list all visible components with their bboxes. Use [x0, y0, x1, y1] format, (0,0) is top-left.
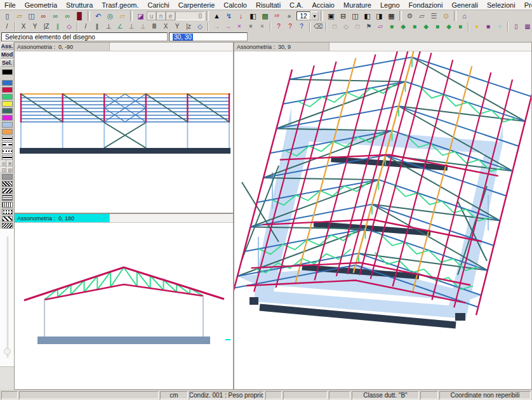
new-file-icon[interactable]: ▯: [2, 11, 13, 21]
angle-x-icon[interactable]: X: [161, 22, 171, 31]
region-icon[interactable]: ◇: [195, 22, 205, 31]
zoom-level-dropdown-icon[interactable]: ▾: [310, 11, 319, 20]
button-e[interactable]: e: [166, 11, 175, 20]
numbering-nodes-icon[interactable]: ▯: [511, 22, 521, 31]
menu-item-legno[interactable]: Legno: [376, 1, 404, 9]
snap-x-icon[interactable]: X: [18, 22, 29, 31]
contrast-icon[interactable]: ◧: [248, 11, 258, 21]
button-u[interactable]: u: [147, 11, 156, 20]
check-data-icon[interactable]: ∞: [38, 11, 49, 21]
color-swatch-7[interactable]: [2, 129, 13, 135]
pattern-swatch-4[interactable]: [2, 202, 13, 208]
viewport-axonometry-titlebar[interactable]: Assonometria : 30, 9: [234, 43, 531, 51]
viewport-layout-4-icon[interactable]: ◧: [362, 11, 373, 21]
pattern-swatch-3[interactable]: [2, 195, 13, 201]
coordinate-input[interactable]: 30, 30: [169, 32, 248, 41]
current-color-swatch[interactable]: [2, 69, 13, 75]
linestyle-swatch-dashed[interactable]: [2, 142, 13, 147]
archive-icon[interactable]: ▉: [74, 11, 85, 21]
menu-item-generali[interactable]: Generali: [447, 1, 482, 9]
gen-perp-base-icon[interactable]: ⊥: [126, 22, 136, 31]
viewport-elevation-canvas[interactable]: [15, 51, 233, 213]
verify-2-icon[interactable]: ?: [285, 22, 295, 31]
viewport-layout-5-icon[interactable]: ◨: [374, 11, 385, 21]
font-style-icon[interactable]: ◪: [135, 11, 146, 21]
page-setup-icon[interactable]: ▱: [416, 11, 427, 21]
solid-box-7-icon[interactable]: ■: [455, 22, 465, 31]
menu-item-carichi[interactable]: Carichi: [143, 1, 174, 9]
color-swatch-4[interactable]: [2, 108, 13, 114]
gen-triple-icon[interactable]: Ⅲ: [149, 22, 159, 31]
viewport-layout-3-icon[interactable]: ◫: [350, 11, 361, 21]
sidebar-mode-sel[interactable]: Sel.: [1, 59, 14, 67]
undo-icon[interactable]: ↶: [93, 11, 103, 21]
delete-node-icon[interactable]: ×: [234, 22, 244, 31]
structure-home-icon[interactable]: ⌂: [459, 11, 470, 21]
open-folder-icon[interactable]: ▱: [14, 11, 25, 21]
verify-1-icon[interactable]: ?: [274, 22, 284, 31]
eraser-icon[interactable]: ⌫: [313, 22, 323, 31]
gen-parallel-icon[interactable]: ∥: [92, 22, 102, 31]
solid-box-5-icon[interactable]: ■: [432, 22, 442, 31]
sidebar-mode-ass[interactable]: Ass.: [1, 43, 14, 50]
linestyle-swatch-dotted[interactable]: [2, 149, 13, 154]
gen-perpendicular-icon[interactable]: ⊥: [103, 22, 114, 31]
wire-cube-2-icon[interactable]: ◇: [341, 22, 351, 31]
move-element-icon[interactable]: →: [223, 22, 233, 31]
viewport-layout-6-icon[interactable]: ▦: [386, 11, 397, 21]
color-swatch-2[interactable]: [2, 94, 13, 100]
marker-button-2[interactable]: □: [1, 167, 6, 173]
menu-item-risultati[interactable]: Risultati: [251, 1, 285, 9]
solid-box-6-icon[interactable]: ◆: [444, 22, 454, 31]
menu-item-calcolo[interactable]: Calcolo: [219, 1, 251, 9]
clip-plane-icon[interactable]: ▱: [375, 22, 385, 31]
export-folder-icon[interactable]: ▱: [117, 11, 128, 21]
wire-cube-3-icon[interactable]: □: [352, 22, 362, 31]
solid-box-3-icon[interactable]: ■: [409, 22, 420, 31]
flag-icon[interactable]: ⚑: [364, 22, 374, 31]
menu-item-carpenterie[interactable]: Carpenterie: [174, 1, 219, 9]
menu-item-file[interactable]: File: [0, 1, 20, 9]
lock-icon[interactable]: ⊙: [441, 11, 451, 21]
numeric-field[interactable]: 0: [175, 11, 204, 20]
color-swatch-1[interactable]: [2, 87, 13, 93]
color-swatch-0[interactable]: [2, 80, 13, 86]
linestyle-swatch-solid[interactable]: [2, 136, 13, 141]
gen-line-icon[interactable]: /: [81, 22, 91, 31]
marker-button-3[interactable]: ◇: [7, 167, 13, 173]
save-icon[interactable]: ◫: [26, 11, 37, 21]
viewport-layout-2-icon[interactable]: ⊟: [338, 11, 349, 21]
pattern-swatch-7[interactable]: [2, 223, 13, 229]
sidebar-mode-mod[interactable]: Mod: [1, 51, 14, 58]
snap-z-icon[interactable]: |Z: [41, 22, 51, 31]
color-swatch-5[interactable]: [2, 115, 13, 121]
cube-purple-icon[interactable]: ■: [483, 22, 493, 31]
sidebar-slider-thumb[interactable]: [4, 348, 11, 355]
menu-item-ca[interactable]: C.A.: [285, 1, 307, 9]
solid-box-1-icon[interactable]: ■: [387, 22, 397, 31]
viewport-elevation-titlebar[interactable]: Assonometria : 0, -90: [15, 43, 233, 51]
sphere-wire-icon[interactable]: ○: [495, 22, 505, 31]
texture-icon[interactable]: ▩: [260, 11, 270, 21]
settings-gear-icon[interactable]: ⚙: [404, 11, 415, 21]
menu-item-fondazioni[interactable]: Fondazioni: [404, 1, 448, 9]
marker-button-0[interactable]: ○: [1, 161, 6, 166]
marker-button-1[interactable]: ×: [7, 161, 13, 166]
menu-item-struttura[interactable]: Struttura: [62, 1, 97, 9]
snap-parallel-icon[interactable]: ∥: [53, 22, 63, 31]
angle-z-icon[interactable]: |z: [183, 22, 194, 31]
pattern-swatch-0[interactable]: [2, 174, 13, 180]
verify-3-icon[interactable]: ?: [296, 22, 307, 31]
zoom-level-select[interactable]: 12▾: [296, 11, 319, 20]
viewport-layout-1-icon[interactable]: ▣: [326, 11, 336, 21]
solid-box-2-icon[interactable]: ◆: [398, 22, 408, 31]
snap-free-icon[interactable]: ◇: [64, 22, 74, 31]
pattern-swatch-5[interactable]: [2, 209, 13, 215]
gen-perp-offset-icon[interactable]: ⊥: [138, 22, 148, 31]
arrow-down-icon[interactable]: ↓: [236, 11, 246, 21]
delete-free-icon[interactable]: ×: [257, 22, 267, 31]
menu-item-geometria[interactable]: Geometria: [20, 1, 62, 9]
viewport-section-titlebar[interactable]: Assonometria : 0, 180: [15, 214, 233, 223]
context-view-icon[interactable]: ◎: [105, 11, 116, 21]
fill-mode-icon[interactable]: ▲: [211, 11, 222, 21]
